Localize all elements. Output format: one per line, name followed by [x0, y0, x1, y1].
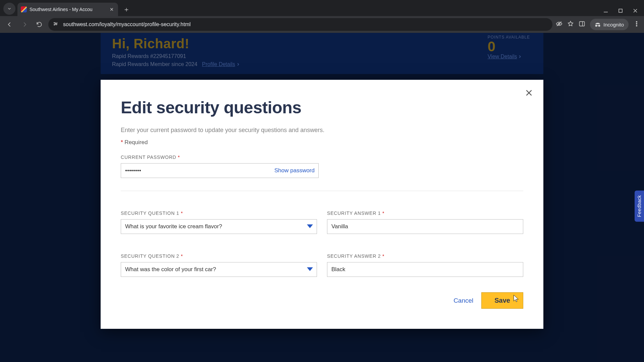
security-question-1-value[interactable] — [121, 219, 317, 234]
tab-title: Southwest Airlines - My Accou — [30, 7, 106, 12]
nav-reload-button[interactable] — [34, 19, 45, 30]
security-question-2-select[interactable] — [121, 262, 317, 277]
url-text: southwest.com/loyalty/myaccount/profile-… — [63, 21, 548, 27]
feedback-tab[interactable]: Feedback — [635, 190, 644, 222]
security-question-2-value[interactable] — [121, 262, 317, 277]
site-settings-icon[interactable] — [53, 21, 59, 28]
nav-forward-button[interactable] — [19, 19, 30, 30]
show-password-toggle[interactable]: Show password — [274, 163, 315, 178]
svg-point-2 — [54, 24, 55, 25]
modal-title: Edit security questions — [121, 98, 523, 117]
page-viewport: Hi, Richard! Rapid Rewards #22945177091 … — [0, 33, 644, 362]
security-answer-2-label: SECURITY ANSWER 2 * — [327, 253, 523, 259]
bookmark-star-icon[interactable] — [567, 20, 574, 28]
tab-search-button[interactable] — [3, 3, 15, 15]
browser-tab[interactable]: Southwest Airlines - My Accou — [17, 3, 118, 16]
reload-icon — [36, 21, 43, 28]
close-icon — [110, 7, 114, 11]
edit-security-questions-modal: Edit security questions Enter your curre… — [101, 80, 543, 329]
current-password-label: CURRENT PASSWORD * — [121, 155, 523, 160]
tab-close-button[interactable] — [109, 6, 115, 12]
new-tab-button[interactable] — [121, 5, 131, 15]
svg-rect-4 — [580, 21, 585, 26]
dropdown-caret-icon — [307, 266, 313, 273]
incognito-indicator[interactable]: Incognito — [590, 19, 629, 30]
browser-menu-icon[interactable] — [633, 20, 640, 28]
save-button[interactable]: Save — [481, 292, 523, 309]
nav-back-button[interactable] — [4, 19, 15, 30]
close-icon — [525, 88, 533, 97]
minimize-icon[interactable] — [603, 8, 608, 13]
section-divider — [121, 191, 523, 191]
arrow-right-icon — [21, 21, 28, 28]
window-close-icon[interactable] — [633, 8, 638, 13]
required-note: * Required — [121, 139, 523, 146]
svg-rect-0 — [619, 9, 622, 12]
arrow-left-icon — [6, 21, 13, 28]
plus-icon — [124, 7, 129, 12]
maximize-icon[interactable] — [618, 8, 623, 13]
svg-point-5 — [636, 21, 637, 22]
security-question-1-label: SECURITY QUESTION 1 * — [121, 210, 317, 216]
modal-description: Enter your current password to update yo… — [121, 127, 523, 134]
security-question-2-label: SECURITY QUESTION 2 * — [121, 253, 317, 259]
favicon-icon — [21, 6, 27, 12]
modal-close-button[interactable] — [523, 87, 535, 99]
address-bar[interactable]: southwest.com/loyalty/myaccount/profile-… — [48, 18, 552, 31]
browser-toolbar: southwest.com/loyalty/myaccount/profile-… — [0, 16, 644, 33]
security-answer-1-label: SECURITY ANSWER 1 * — [327, 210, 523, 216]
side-panel-icon[interactable] — [579, 20, 585, 28]
browser-titlebar: Southwest Airlines - My Accou — [0, 0, 644, 16]
incognito-icon — [595, 21, 601, 27]
security-answer-1-input[interactable] — [327, 219, 523, 234]
dropdown-caret-icon — [307, 224, 313, 230]
security-answer-2-input[interactable] — [327, 262, 523, 277]
security-question-1-select[interactable] — [121, 219, 317, 234]
svg-point-1 — [54, 22, 55, 23]
incognito-eye-icon[interactable] — [556, 20, 562, 28]
cancel-button[interactable]: Cancel — [453, 297, 473, 304]
window-controls — [603, 8, 640, 16]
incognito-label: Incognito — [603, 22, 624, 27]
svg-point-7 — [636, 25, 637, 26]
chevron-down-icon — [7, 6, 12, 11]
svg-point-6 — [636, 23, 637, 24]
